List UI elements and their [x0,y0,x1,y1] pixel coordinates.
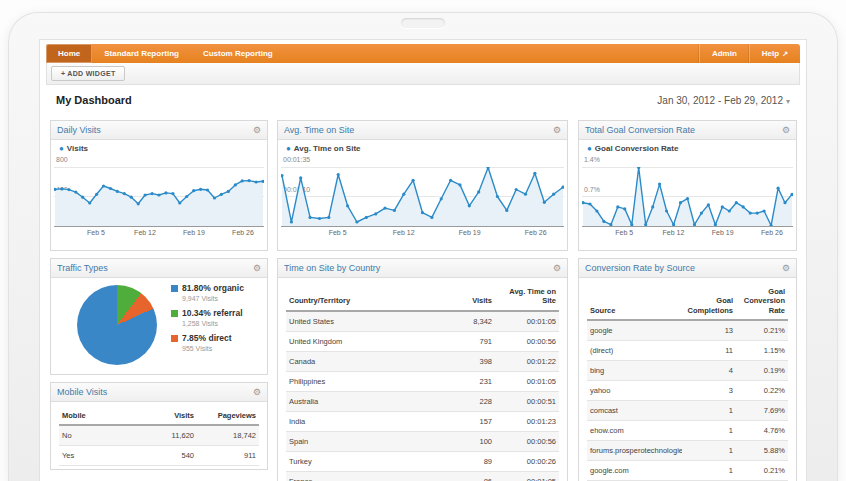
x-axis-labels: Feb 5Feb 12Feb 19Feb 26 [54,229,264,239]
gear-icon[interactable]: ⚙ [253,264,261,273]
line-chart [281,167,564,227]
widget-traffic-types: Traffic Types ⚙ 81.80% organic9,947 Visi… [50,258,268,375]
legend-swatch-icon [171,335,178,342]
widget-title: Avg. Time on Site [284,125,354,135]
pie-legend-item: 10.34% referral1,258 Visits [171,308,244,327]
chart-area: ●Avg. Time on Site 00:01:35 00:01:10 Feb… [278,140,567,250]
gear-icon[interactable]: ⚙ [553,126,561,135]
table-cell: 0.21% [736,320,788,341]
table-row: forums.prosperotechnologies.com15.88% [587,441,788,461]
x-tick-label: Feb 5 [87,229,105,236]
tab-home[interactable]: Home [46,44,92,63]
data-table: SourceGoal CompletionsGoal Conversion Ra… [587,283,788,481]
column-header[interactable]: Source [587,283,682,320]
pie-chart [77,285,157,365]
table-row: United Kingdom79100:00:56 [286,331,559,351]
table-row: Yes540911 [59,446,259,466]
widget-avg-time-on-site: Avg. Time on Site ⚙ ●Avg. Time on Site 0… [277,120,568,251]
table-row: bing40.19% [587,361,788,381]
widget-title: Conversion Rate by Source [585,263,695,273]
table-cell: No [59,425,135,446]
nav-right-group: Admin Help ↗ [699,44,800,63]
pie-legend-item: 81.80% organic9,947 Visits [171,283,244,302]
table-cell: 00:00:56 [495,431,559,451]
table-cell: France [286,471,437,481]
nav-admin[interactable]: Admin [699,44,749,63]
table-cell: 1 [682,401,736,421]
x-tick-label: Feb 19 [712,229,734,236]
column-header[interactable]: Visits [135,407,197,425]
table-cell: Turkey [286,451,437,471]
table-cell: 00:00:26 [495,451,559,471]
legend-swatch-icon [171,285,178,292]
mobile-visits-table: MobileVisitsPageviewsNo11,62018,742Yes54… [51,402,267,471]
column-header[interactable]: Visits [437,283,495,311]
table-cell: Canada [286,351,437,371]
table-cell: 791 [437,331,495,351]
gear-icon[interactable]: ⚙ [253,126,261,135]
widget-mobile-visits: Mobile Visits ⚙ MobileVisitsPageviewsNo1… [50,382,268,470]
table-cell: 8,342 [437,311,495,332]
table-cell: India [286,411,437,431]
pie-legend-label: 81.80% organic [171,283,244,293]
data-table: Country/TerritoryVisitsAvg. Time on Site… [286,283,559,481]
table-cell: 0.19% [736,361,788,381]
table-cell: 540 [135,446,197,466]
table-cell: Yes [59,446,135,466]
pie-legend-item: 7.85% direct955 Visits [171,333,244,352]
table-row: Canada39800:01:22 [286,351,559,371]
table-cell: United Kingdom [286,331,437,351]
x-tick-label: Feb 26 [232,229,254,236]
x-tick-label: Feb 12 [134,229,156,236]
gear-icon[interactable]: ⚙ [553,264,561,273]
table-cell: 911 [197,446,259,466]
table-cell: 00:00:51 [495,391,559,411]
table-cell: 0.21% [736,461,788,481]
x-axis-labels: Feb 5Feb 12Feb 19Feb 26 [281,229,564,239]
table-cell: google.com [587,461,682,481]
widget-conversion-rate-by-source: Conversion Rate by Source ⚙ SourceGoal C… [578,258,797,481]
legend-dot-icon: ● [59,144,64,153]
table-cell: 00:01:23 [495,411,559,431]
table-cell: Philippines [286,371,437,391]
legend-swatch-icon [171,310,178,317]
chart-legend: ●Avg. Time on Site [286,144,361,153]
table-row: No11,62018,742 [59,425,259,446]
column-header[interactable]: Goal Completions [682,283,736,320]
gear-icon[interactable]: ⚙ [253,388,261,397]
table-cell: 86 [437,471,495,481]
column-header[interactable]: Mobile [59,407,135,425]
column-header[interactable]: Goal Conversion Rate [736,283,788,320]
table-cell: 1.15% [736,341,788,361]
analytics-dashboard-screen: Home Standard Reporting Custom Reporting… [40,40,806,481]
add-widget-button[interactable]: + ADD WIDGET [51,66,125,81]
table-cell: 7.69% [736,401,788,421]
legend-dot-icon: ● [286,144,291,153]
chart-area: 81.80% organic9,947 Visits10.34% referra… [51,278,267,373]
nav-help[interactable]: Help ↗ [749,44,800,63]
x-axis-labels: Feb 5Feb 12Feb 19Feb 26 [582,229,793,239]
date-range-selector[interactable]: Jan 30, 2012 - Feb 29, 2012▾ [657,95,790,106]
widget-title: Mobile Visits [57,387,107,397]
pie-legend-label: 10.34% referral [171,308,244,318]
column-header[interactable]: Pageviews [197,407,259,425]
table-cell: 231 [437,371,495,391]
page-title: My Dashboard [56,94,132,106]
table-cell: comcast [587,401,682,421]
table-cell: 100 [437,431,495,451]
table-row: Turkey8900:00:26 [286,451,559,471]
column-header[interactable]: Avg. Time on Site [495,283,559,311]
x-tick-label: Feb 12 [663,229,685,236]
table-cell: 00:01:22 [495,351,559,371]
tab-standard-reporting[interactable]: Standard Reporting [92,44,191,63]
gear-icon[interactable]: ⚙ [782,264,790,273]
x-tick-label: Feb 19 [183,229,205,236]
legend-label: Visits [67,144,88,153]
nav-help-label: Help [762,49,779,58]
widget-header: Daily Visits ⚙ [51,121,267,140]
tab-custom-reporting[interactable]: Custom Reporting [191,44,285,63]
column-header[interactable]: Country/Territory [286,283,437,311]
gear-icon[interactable]: ⚙ [782,126,790,135]
pie-legend-visits: 955 Visits [182,345,244,352]
table-cell: 13 [682,320,736,341]
